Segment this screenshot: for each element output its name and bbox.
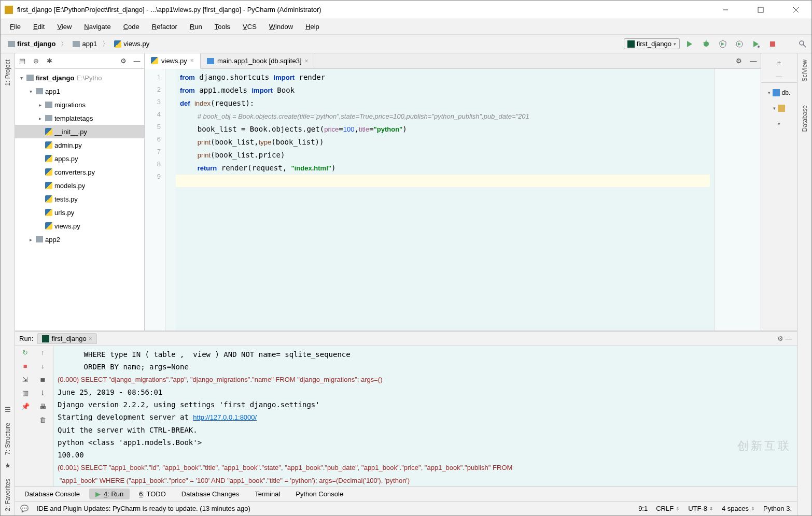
trash-icon[interactable]: 🗑 xyxy=(38,415,47,424)
right-toolwindow-database[interactable]: Database xyxy=(801,105,808,132)
editor-gear-icon[interactable]: ⚙ xyxy=(735,57,743,65)
menu-window[interactable]: Window xyxy=(264,21,298,33)
tree-row[interactable]: urls.py xyxy=(15,206,144,219)
tree-row[interactable]: ▾first_django E:\Pytho xyxy=(15,71,144,84)
menu-tools[interactable]: Tools xyxy=(209,21,235,33)
chevron-down-icon[interactable]: ▾ xyxy=(773,106,776,111)
left-toolwindow-structure[interactable]: 7: Structure xyxy=(4,423,11,455)
menu-help[interactable]: Help xyxy=(300,21,325,33)
gear-icon[interactable]: ⚙ xyxy=(776,335,785,343)
tree-row[interactable]: tests.py xyxy=(15,192,144,206)
editor-tab[interactable]: views.py× xyxy=(145,53,201,69)
tree-row[interactable]: __init__.py xyxy=(15,125,144,138)
project-tree[interactable]: ▾first_django E:\Pytho▾app1▸migrations▸t… xyxy=(15,69,144,331)
status-encoding[interactable]: UTF-8⇕ xyxy=(688,505,713,512)
minimize-button[interactable] xyxy=(714,2,737,18)
chevron-down-icon[interactable]: ▾ xyxy=(778,121,780,126)
tree-row[interactable]: models.py xyxy=(15,179,144,192)
down-icon[interactable]: ↓ xyxy=(38,362,47,370)
close-icon[interactable]: × xyxy=(89,335,92,342)
bottom-tab[interactable]: Database Console xyxy=(18,489,86,499)
db-item[interactable]: db. xyxy=(782,89,791,96)
maximize-button[interactable] xyxy=(749,2,772,18)
favorites-icon[interactable]: ★ xyxy=(4,461,12,469)
tree-row[interactable]: converters.py xyxy=(15,165,144,179)
menu-file[interactable]: File xyxy=(5,21,26,33)
py-icon xyxy=(45,195,52,203)
run-more-icon[interactable] xyxy=(751,39,761,49)
console-output[interactable]: WHERE type IN ( table , view ) AND NOT n… xyxy=(53,346,797,486)
code-text[interactable]: from django.shortcuts import render from… xyxy=(176,69,714,331)
collapse-right-icon[interactable]: — xyxy=(775,72,783,80)
tree-row[interactable]: ▸migrations xyxy=(15,98,144,111)
bottom-tab[interactable]: ▶4: Run xyxy=(89,489,130,499)
soft-wrap-icon[interactable]: ≣ xyxy=(38,375,47,383)
bottom-tab[interactable]: Terminal xyxy=(248,489,286,499)
bottom-tab[interactable]: 6: TODO xyxy=(133,489,172,499)
menu-vcs[interactable]: VCS xyxy=(237,21,262,33)
expand-icon[interactable]: ✱ xyxy=(45,57,53,65)
run-tab[interactable]: first_django × xyxy=(37,333,96,344)
editor-body[interactable]: 123456789 from django.shortcuts import r… xyxy=(145,69,761,331)
collapse-icon[interactable]: — xyxy=(785,335,793,343)
print-icon[interactable]: 🖶 xyxy=(38,402,47,410)
status-line-col[interactable]: 9:1 xyxy=(638,505,648,512)
status-eol[interactable]: CRLF⇕ xyxy=(656,505,680,512)
debug-icon[interactable] xyxy=(702,39,711,49)
stop-icon[interactable] xyxy=(768,39,777,49)
tree-row[interactable]: apps.py xyxy=(15,152,144,165)
project-view-icon[interactable]: ▤ xyxy=(18,57,26,65)
run-configuration-selector[interactable]: first_django ▾ xyxy=(624,38,680,49)
left-toolwindow-project[interactable]: 1: Project xyxy=(4,60,11,86)
close-button[interactable] xyxy=(785,2,807,18)
editor-collapse-icon[interactable]: — xyxy=(749,57,758,65)
menu-navigate[interactable]: Navigate xyxy=(79,21,116,33)
status-interpreter[interactable]: Python 3. xyxy=(763,505,792,512)
gear-icon[interactable]: ⚙ xyxy=(119,57,128,65)
stop-icon[interactable]: ■ xyxy=(21,362,30,370)
search-icon[interactable] xyxy=(798,39,807,49)
coverage-icon[interactable] xyxy=(718,39,727,49)
left-toolwindow-favorites[interactable]: 2: Favorites xyxy=(4,479,11,511)
tree-row[interactable]: ▾app1 xyxy=(15,84,144,98)
collapse-icon[interactable]: — xyxy=(133,57,141,65)
up-icon[interactable]: ↑ xyxy=(38,348,47,356)
close-icon[interactable]: × xyxy=(190,57,194,64)
pin-icon[interactable]: 📌 xyxy=(21,402,30,410)
tree-row[interactable]: admin.py xyxy=(15,138,144,152)
status-indent[interactable]: 4 spaces⇕ xyxy=(722,505,755,512)
menu-edit[interactable]: Edit xyxy=(28,21,50,33)
scroll-icon[interactable]: ⇲ xyxy=(21,375,30,383)
right-toolwindow-sciview[interactable]: SciView xyxy=(801,60,808,81)
menu-run[interactable]: Run xyxy=(185,21,207,33)
tree-row[interactable]: views.py xyxy=(15,219,144,233)
chevron-down-icon[interactable]: ▾ xyxy=(768,90,771,95)
minimap[interactable] xyxy=(714,69,761,331)
breadcrumb-item[interactable]: app1 xyxy=(69,39,100,49)
status-notification-icon[interactable]: 💬 xyxy=(20,505,29,513)
editor-tab[interactable]: main.app1_book [db.sqlite3]× xyxy=(201,53,315,68)
folder-icon xyxy=(36,88,43,94)
menu-refactor[interactable]: Refactor xyxy=(147,21,183,33)
tree-row[interactable]: ▸app2 xyxy=(15,233,144,246)
run-icon[interactable] xyxy=(685,39,694,49)
bottom-tab[interactable]: Database Changes xyxy=(175,489,245,499)
add-icon[interactable]: ＋ xyxy=(775,59,783,67)
breadcrumb-item[interactable]: views.py xyxy=(111,39,152,49)
profile-icon[interactable] xyxy=(735,39,744,49)
close-icon[interactable]: × xyxy=(305,58,309,65)
app-icon xyxy=(5,6,13,14)
svg-marker-4 xyxy=(687,41,692,47)
scroll-end-icon[interactable]: ⤓ xyxy=(38,389,47,397)
run-panel: Run: first_django × ⚙ — ↻ ■ ⇲ ▥ xyxy=(15,331,797,486)
py-icon xyxy=(45,168,52,176)
bottom-tab[interactable]: Python Console xyxy=(289,489,349,499)
layout-icon[interactable]: ▥ xyxy=(21,389,30,397)
rerun-icon[interactable]: ↻ xyxy=(21,348,30,356)
select-opened-icon[interactable]: ⊕ xyxy=(32,57,40,65)
structure-toolwindow-icon[interactable]: ☰ xyxy=(4,405,12,413)
menu-view[interactable]: View xyxy=(52,21,77,33)
tree-row[interactable]: ▸templatetags xyxy=(15,111,144,125)
breadcrumb-item[interactable]: first_django xyxy=(5,39,59,49)
menu-code[interactable]: Code xyxy=(118,21,145,33)
